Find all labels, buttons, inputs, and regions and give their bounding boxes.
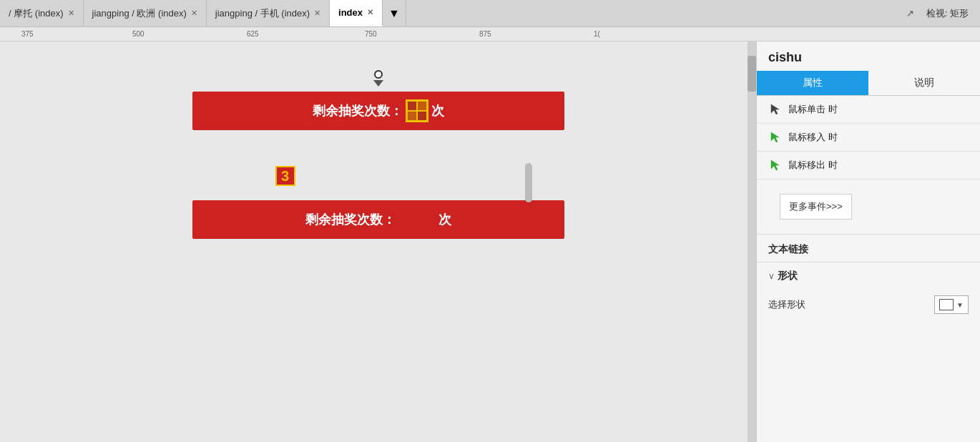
banner1[interactable]: 剩余抽奖次数： 次	[192, 92, 564, 130]
tab-motuo[interactable]: / 摩托 (index) ✕	[0, 0, 84, 26]
grid-overlay	[406, 99, 428, 122]
selection-handle-top	[373, 70, 383, 87]
panel-content: 鼠标单击 时 鼠标移入 时 鼠标移出 时	[757, 96, 980, 442]
event-mouse-enter[interactable]: 鼠标移入 时	[757, 124, 980, 152]
banner1-wrapper: 剩余抽奖次数： 次	[192, 92, 564, 130]
event-leave-label: 鼠标移出 时	[788, 159, 969, 172]
right-panel: cishu 属性 说明 鼠标单击 时	[756, 41, 980, 442]
banner1-suffix: 次	[431, 102, 444, 119]
cishu-variable-display	[406, 99, 428, 122]
shape-section-header: ∨ 形状	[757, 262, 980, 290]
banner2-placeholder	[396, 212, 438, 227]
banner1-container: 剩余抽奖次数： 次	[192, 92, 564, 130]
tab-overflow-button[interactable]: ▼	[383, 0, 406, 26]
grid-cell-1	[407, 101, 417, 111]
tab-motuo-label: / 摩托 (index)	[9, 7, 64, 20]
tab-jiangping-eu-label: jiangping / 欧洲 (index)	[92, 7, 187, 20]
chevron-down-icon: ▼	[388, 7, 400, 20]
mouse-click-icon	[768, 104, 783, 115]
tab-motuo-close[interactable]: ✕	[68, 9, 74, 18]
banner2[interactable]: 剩余抽奖次数： 次	[192, 200, 564, 239]
tab-index[interactable]: index ✕	[330, 0, 383, 26]
shape-preview-box	[939, 299, 954, 310]
svg-marker-0	[771, 104, 779, 114]
svg-marker-2	[771, 160, 779, 170]
tab-jiangping-eu[interactable]: jiangping / 欧洲 (index) ✕	[84, 0, 207, 26]
banner2-prefix: 剩余抽奖次数：	[305, 211, 396, 228]
event-enter-label: 鼠标移入 时	[788, 131, 969, 144]
number-badge-container: 3	[275, 166, 295, 186]
circle-handle	[374, 70, 383, 79]
more-events-container: 更多事件>>>	[757, 180, 980, 234]
tab-index-close[interactable]: ✕	[367, 8, 373, 17]
tab-jiangping-eu-close[interactable]: ✕	[191, 9, 197, 18]
panel-scroll-drag-handle[interactable]	[525, 163, 532, 202]
mouse-enter-icon	[768, 132, 783, 143]
header-right: ↗ 检视: 矩形	[892, 0, 980, 26]
scrollbar-thumb[interactable]	[748, 56, 756, 92]
main-area: 剩余抽奖次数： 次	[0, 41, 980, 442]
grid-cell-4	[417, 111, 427, 121]
mouse-leave-icon	[768, 159, 783, 171]
more-events-button[interactable]: 更多事件>>>	[780, 194, 852, 220]
triangle-indicator	[373, 80, 383, 87]
tab-jiangping-mobile-close[interactable]: ✕	[314, 9, 320, 18]
text-link-section-label: 文本链接	[757, 235, 980, 262]
number-badge: 3	[275, 166, 295, 186]
tab-index-label: index	[338, 7, 363, 18]
tab-description[interactable]: 说明	[868, 71, 980, 95]
ruler: 375 500 625 750 875 1(	[0, 27, 980, 41]
shape-collapse-icon[interactable]: ∨	[768, 271, 775, 281]
grid-cell-2	[417, 101, 427, 111]
canvas-area[interactable]: 剩余抽奖次数： 次	[0, 41, 756, 442]
event-mouse-leave[interactable]: 鼠标移出 时	[757, 152, 980, 180]
tab-properties[interactable]: 属性	[757, 71, 868, 95]
svg-marker-1	[771, 132, 779, 142]
tab-jiangping-mobile-label: jiangping / 手机 (index)	[215, 7, 310, 20]
shape-options: 选择形状 ▼	[757, 290, 980, 323]
event-click-label: 鼠标单击 时	[788, 103, 969, 116]
panel-title: cishu	[757, 41, 980, 71]
tab-jiangping-mobile[interactable]: jiangping / 手机 (index) ✕	[207, 0, 330, 26]
panel-tabs: 属性 说明	[757, 71, 980, 96]
event-mouse-click[interactable]: 鼠标单击 时	[757, 96, 980, 124]
shape-select-control[interactable]: ▼	[934, 295, 969, 314]
back-arrow-icon[interactable]: ↗	[903, 6, 918, 21]
dropdown-arrow-icon: ▼	[956, 301, 964, 309]
choose-shape-label: 选择形状	[768, 298, 928, 311]
banner2-suffix: 次	[438, 211, 451, 228]
tab-bar: / 摩托 (index) ✕ jiangping / 欧洲 (index) ✕ …	[0, 0, 980, 27]
shape-section-label: 形状	[778, 270, 798, 283]
banner1-prefix: 剩余抽奖次数：	[313, 102, 403, 119]
grid-cell-3	[407, 111, 417, 121]
canvas-content: 剩余抽奖次数： 次	[0, 41, 756, 442]
view-label: 检视: 矩形	[926, 7, 969, 20]
choose-shape-row: 选择形状 ▼	[768, 295, 969, 314]
canvas-vertical-scrollbar[interactable]	[748, 41, 756, 442]
